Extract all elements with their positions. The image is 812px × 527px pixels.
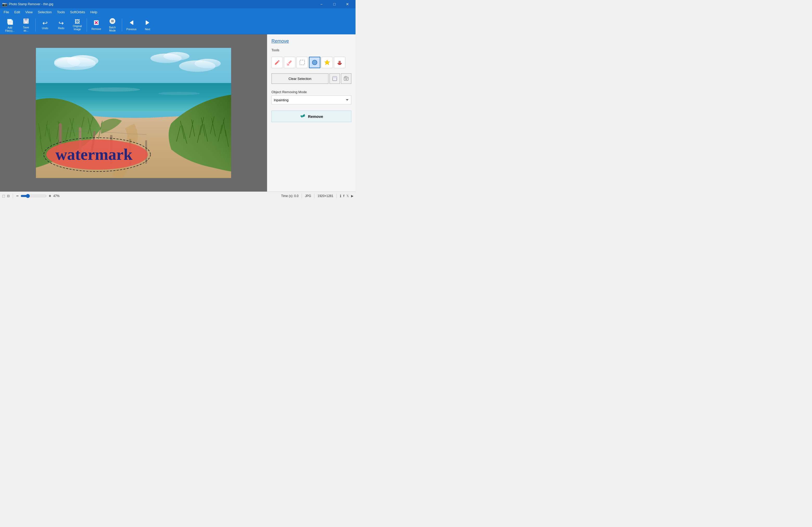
next-icon [144,19,151,27]
titlebar: 📷 Photo Stamp Remover - thin.jpg − □ ✕ [0,0,356,8]
menu-file[interactable]: File [1,9,12,15]
remove-arrow-icon [300,113,306,120]
svg-point-25 [158,92,200,95]
twitter-icon[interactable]: 𝕏 [346,194,349,198]
previous-icon [128,19,135,27]
mode-select-container: Inpainting Content-Aware Fill Clone [272,96,351,104]
svg-rect-3 [25,18,28,20]
status-sep-1 [13,194,13,198]
svg-rect-75 [334,78,336,80]
status-right: Time (s): 0.0 JPG 1920×1281 ℹ f 𝕏 ▶ [281,194,353,198]
zoom-slider[interactable] [20,194,47,198]
remove-toolbar-button[interactable]: Remove [88,17,104,33]
original-image-button[interactable]: 🖼 OriginalImage [70,17,85,33]
magic-wand-tool-button[interactable] [309,57,320,68]
svg-rect-71 [338,61,341,63]
original-image-icon: 🖼 [75,19,80,24]
svg-point-22 [195,59,221,68]
remove-section: Remove [272,111,351,122]
save-selection-button[interactable] [330,73,340,84]
brush-tool-button[interactable] [272,57,283,68]
tools-row [272,57,351,68]
zoom-in-button[interactable]: + [49,194,51,198]
svg-marker-11 [130,20,133,25]
menu-tools[interactable]: Tools [54,9,68,15]
youtube-icon[interactable]: ▶ [351,194,353,198]
right-panel: Remove Tools [267,34,356,192]
ai-select-tool-button[interactable] [321,57,333,68]
svg-text:watermark: watermark [55,145,133,163]
minimize-button[interactable]: − [316,0,328,8]
save-as-button[interactable]: Saveas... [18,17,34,33]
svg-point-20 [163,52,189,60]
tools-label: Tools [272,48,351,52]
toolbar-separator-2 [87,18,87,31]
menu-edit[interactable]: Edit [12,9,23,15]
svg-marker-69 [324,60,330,65]
status-sep-4 [336,194,337,198]
rect-select-tool-button[interactable] [296,57,308,68]
canvas-area[interactable]: watermark [0,34,267,192]
main-area: watermark Remove Tools [0,34,356,192]
time-label: Time (s): 0.0 [281,194,299,198]
svg-rect-66 [300,60,304,65]
dimensions-label: 1920×1281 [318,194,333,198]
panel-title: Remove [272,39,351,44]
toolbar: 📄 AddFile(s)... Saveas... ↩ Undo ↪ Redo … [0,16,356,34]
next-button[interactable]: Next [140,17,155,33]
redo-icon: ↪ [59,20,64,26]
info-icon[interactable]: ℹ [340,194,341,198]
eraser-tool-button[interactable] [284,57,295,68]
menu-view[interactable]: View [23,9,35,15]
svg-marker-13 [146,20,149,25]
svg-point-18 [54,57,80,68]
svg-text:📄: 📄 [7,19,14,25]
menu-softorbits[interactable]: SoftOrbits [68,9,88,15]
toolbar-separator-1 [35,18,36,31]
select-mode-icon[interactable]: ⬚ [2,194,5,198]
crop-icon[interactable]: ⊡ [7,194,10,198]
svg-rect-74 [333,76,337,78]
status-sep-2 [302,194,302,198]
previous-button[interactable]: Previous [124,17,139,33]
svg-rect-72 [338,64,341,65]
toolbar-separator-3 [122,18,122,31]
zoom-out-button[interactable]: − [16,194,18,198]
mode-label: Object Removing Mode [272,90,351,94]
format-label: JPG [305,194,311,198]
load-selection-button[interactable] [341,73,351,84]
svg-rect-5 [25,22,27,23]
close-button[interactable]: ✕ [342,0,353,8]
redo-button[interactable]: ↪ Redo [53,17,69,33]
statusbar: ⬚ ⊡ − + 47% Time (s): 0.0 JPG 1920×1281 … [0,192,356,200]
undo-icon: ↩ [42,20,48,26]
undo-button[interactable]: ↩ Undo [37,17,53,33]
add-files-button[interactable]: 📄 AddFile(s)... [2,17,18,33]
menu-selection[interactable]: Selection [35,9,54,15]
svg-point-24 [88,87,140,92]
remove-button[interactable]: Remove [272,111,351,122]
add-files-icon: 📄 [6,17,14,26]
zoom-slider-container [20,194,47,198]
remove-icon [93,19,100,27]
batch-mode-icon [109,18,116,26]
menu-help[interactable]: Help [88,9,100,15]
zoom-percent: 47% [53,194,63,198]
facebook-icon[interactable]: f [343,194,344,198]
watermark-selection: watermark [44,138,150,172]
batch-mode-button[interactable]: BatchMode [105,17,120,33]
maximize-button[interactable]: □ [329,0,340,8]
clear-selection-button[interactable]: Clear Selection [272,73,329,84]
mode-select[interactable]: Inpainting Content-Aware Fill Clone [272,96,351,104]
menubar: File Edit View Selection Tools SoftOrbit… [0,8,356,16]
stamp-tool-button[interactable] [334,57,345,68]
beach-image: watermark [36,48,231,178]
mode-section: Object Removing Mode Inpainting Content-… [272,89,351,104]
clear-row: Clear Selection [272,73,351,84]
remove-label: Remove [308,114,323,119]
image-container: watermark [36,48,231,178]
app-icon: 📷 [2,2,7,7]
save-icon [23,18,29,26]
title-text: Photo Stamp Remover - thin.jpg [9,2,316,6]
